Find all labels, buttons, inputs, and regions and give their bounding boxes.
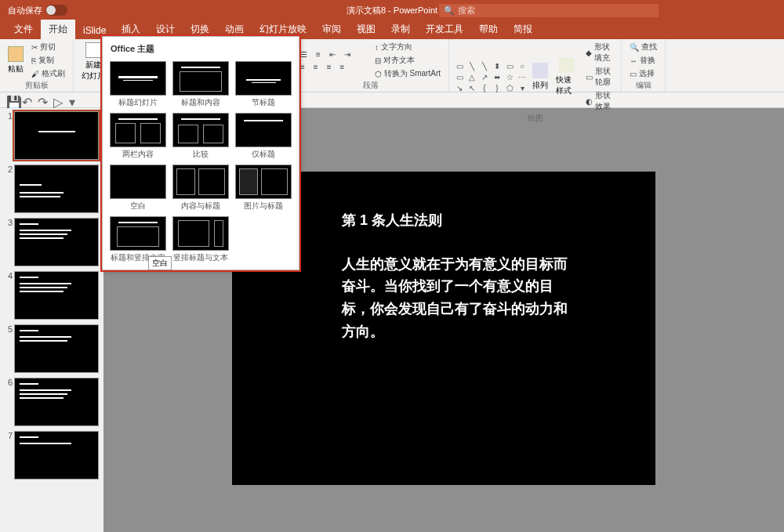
shape-line-icon: ╲ [466,61,477,71]
shape-line2-icon: ╲ [479,61,490,71]
copy-button[interactable]: ⎘复制 [28,54,68,67]
layout-title-only[interactable]: 仅标题 [233,111,294,161]
copy-icon: ⎘ [31,56,36,65]
autosave-label: 自动保存 [8,5,42,16]
find-icon: 🔍 [630,43,639,52]
redo-icon[interactable]: ↷ [38,95,49,106]
layout-blank[interactable]: 空白 [107,163,169,213]
slide-title[interactable]: 第 1 条人生法则 [342,211,624,230]
shape-rect-icon: ▭ [454,61,465,71]
shape-tri-icon: △ [466,72,477,81]
tab-review[interactable]: 审阅 [314,20,349,39]
thumbnail-7[interactable]: 7 [3,431,100,480]
paste-button[interactable]: 粘贴 [5,45,27,76]
layout-two-content[interactable]: 两栏内容 [107,111,169,161]
search-box[interactable]: 🔍 [439,4,659,17]
cut-button[interactable]: ✂剪切 [28,41,68,53]
layout-title-content[interactable]: 标题和内容 [170,60,231,110]
search-input[interactable] [458,5,654,15]
paragraph-label: 段落 [297,80,444,91]
outline-icon: ▭ [586,73,593,81]
ribbon-group-editing: 🔍查找 ↔替换 ▭选择 编辑 [622,39,666,92]
thumbnail-6[interactable]: 6 [3,378,100,426]
shape-fill-button[interactable]: ◆形状填充 [583,41,616,64]
shape-dd-icon: ▾ [517,83,528,92]
format-painter-button[interactable]: 🖌格式刷 [28,67,68,80]
ribbon-group-drawing: ▭╲╲⬍▭○ ▭△↗⬌☆⋯ ↘↖{}⬠▾ 排列 快速样式 ◆形状填充 ▭形状轮廓… [449,39,622,92]
thumbnail-2[interactable]: 2 [3,165,100,213]
new-slide-icon [85,42,101,58]
shape-star-icon: ☆ [504,72,515,81]
layout-title-slide[interactable]: 标题幻灯片 [107,60,169,110]
shape-effects-button[interactable]: ◐形状效果 [583,89,616,113]
shape-arrow-icon: ⬍ [492,61,503,71]
layout-comparison[interactable]: 比较 [170,111,231,161]
tab-file[interactable]: 文件 [6,20,41,39]
start-slideshow-icon[interactable]: ▷ [53,95,64,106]
shape-r3-icon: ▭ [454,72,465,81]
thumbnail-3[interactable]: 3 [3,218,100,266]
tab-developer[interactable]: 开发工具 [418,20,471,39]
layout-picture-caption[interactable]: 图片与标题 [233,163,294,213]
autosave-toggle[interactable]: 自动保存 [8,5,67,16]
align-text-button[interactable]: ⊟对齐文本 [372,54,444,67]
tab-help[interactable]: 帮助 [471,20,506,39]
text-direction-button[interactable]: ↕文字方向 [372,41,444,53]
replace-icon: ↔ [630,56,637,65]
shape-arr3-icon: ⬌ [492,72,503,81]
qat-more-icon[interactable]: ▾ [69,95,80,106]
layout-tooltip: 空白 [148,256,172,270]
numbering-button[interactable]: ≡ [313,49,324,60]
layout-dropdown: Office 主题 标题幻灯片 标题和内容 节标题 两栏内容 比较 仅标题 空白… [102,36,299,270]
indent-inc-button[interactable]: ⇥ [341,49,354,60]
shape-r4-icon: ↘ [454,83,465,92]
shape-brace-icon: { [479,83,490,92]
smartart-icon: ⬡ [375,70,382,78]
thumbnail-panel[interactable]: 1 2 3 4 5 6 7 [0,108,103,532]
quick-styles-icon [559,57,575,73]
window-title: 演示文稿8 - PowerPoint [347,5,437,16]
shape-outline-button[interactable]: ▭形状轮廓 [583,65,616,89]
title-bar: 自动保存 演示文稿8 - PowerPoint 🔍 [0,0,784,20]
shape-rect2-icon: ▭ [504,61,515,71]
save-icon[interactable]: 💾 [6,95,17,106]
layout-dropdown-title: Office 主题 [106,40,296,58]
smartart-button[interactable]: ⬡转换为 SmartArt [372,67,444,80]
toggle-switch-icon [45,5,67,16]
tab-briefing[interactable]: 简报 [506,20,540,39]
shapes-gallery[interactable]: ▭╲╲⬍▭○ ▭△↗⬌☆⋯ ↘↖{}⬠▾ [454,61,528,92]
text-direction-icon: ↕ [375,43,379,52]
clipboard-label: 剪贴板 [5,80,68,91]
layout-vertical-title-text[interactable]: 竖排标题与文本 [170,215,231,265]
tab-view[interactable]: 视图 [349,20,383,39]
shape-oval-icon: ○ [517,61,528,71]
find-button[interactable]: 🔍查找 [626,41,660,53]
shape-r5-icon: ↖ [466,83,477,92]
shape-callout-icon: ⬠ [504,83,515,92]
align-center-button[interactable]: ≡ [310,62,321,72]
justify-button[interactable]: ≡ [337,62,348,72]
replace-button[interactable]: ↔替换 [626,54,659,67]
arrange-icon [532,63,548,78]
slide-body[interactable]: 人生的意义就在于为有意义的目标而奋斗。当你找到了一个有意义的目标，你会发现自己有… [342,253,577,343]
align-text-icon: ⊟ [375,56,381,65]
tab-home[interactable]: 开始 [41,20,75,39]
undo-icon[interactable]: ↶ [22,95,33,106]
indent-dec-button[interactable]: ⇤ [326,49,339,60]
shape-more-icon: ⋯ [517,72,528,81]
thumbnail-4[interactable]: 4 [3,271,100,320]
fill-icon: ◆ [586,49,592,57]
align-right-button[interactable]: ≡ [324,62,335,72]
thumbnail-5[interactable]: 5 [3,324,100,373]
scissors-icon: ✂ [31,43,38,52]
brush-icon: 🖌 [31,70,39,78]
thumbnail-1[interactable]: 1 [3,111,100,160]
select-button[interactable]: ▭选择 [626,67,658,80]
arrange-button[interactable]: 排列 [529,61,551,92]
editing-label: 编辑 [626,80,660,91]
quick-styles-button[interactable]: 快速样式 [553,56,581,98]
tab-record[interactable]: 录制 [383,20,418,39]
layout-section-header[interactable]: 节标题 [233,60,294,110]
layout-content-caption[interactable]: 内容与标题 [170,163,231,213]
shape-brace2-icon: } [492,83,503,92]
